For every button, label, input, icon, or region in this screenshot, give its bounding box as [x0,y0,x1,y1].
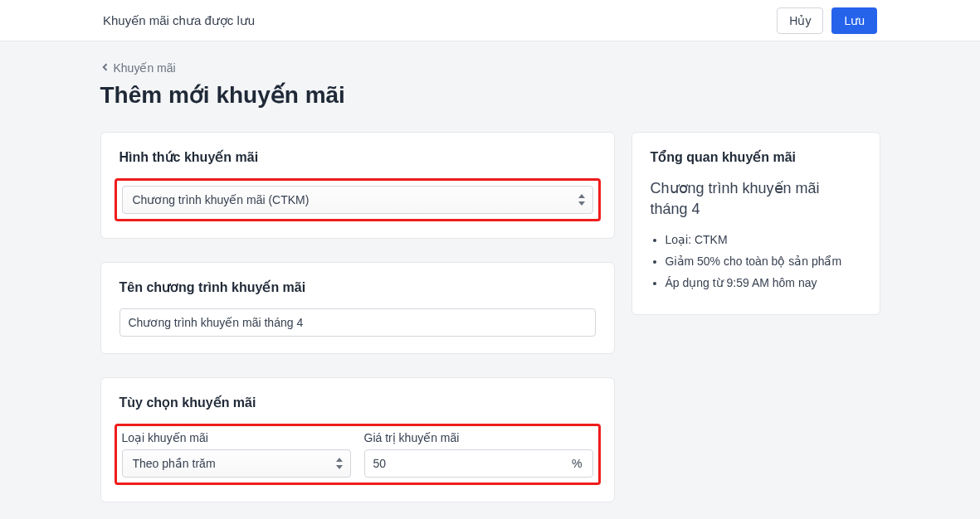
discount-value-suffix: % [562,457,592,470]
chevron-left-icon [100,61,110,75]
promo-name-card: Tên chương trình khuyến mãi [100,262,615,354]
highlight-box-options: Loại khuyến mãi Theo phần trăm [115,424,601,485]
cancel-button[interactable]: Hủy [777,7,823,34]
promo-type-select-wrap: Chương trình khuyến mãi (CTKM) [122,186,593,214]
discount-type-label: Loại khuyến mãi [122,431,351,444]
promo-options-card: Tùy chọn khuyến mãi Loại khuyến mãi Theo… [100,377,615,502]
summary-item: Loại: CTKM [666,233,861,246]
promo-type-title: Hình thức khuyến mãi [119,149,596,165]
breadcrumb[interactable]: Khuyến mãi [100,61,176,75]
discount-type-select-wrap: Theo phần trăm [122,449,351,478]
discount-value-field: % [364,449,593,478]
topbar-actions: Hủy Lưu [777,7,877,34]
page-title: Thêm mới khuyến mãi [100,81,880,109]
promo-options-title: Tùy chọn khuyến mãi [119,395,596,410]
topbar: Khuyến mãi chưa được lưu Hủy Lưu [0,0,980,41]
promo-type-card: Hình thức khuyến mãi Chương trình khuyến… [100,132,615,239]
summary-item: Áp dụng từ 9:59 AM hôm nay [666,276,861,289]
promo-name-input[interactable] [119,308,596,337]
topbar-title: Khuyến mãi chưa được lưu [103,13,255,28]
promo-type-select[interactable]: Chương trình khuyến mãi (CTKM) [123,187,592,213]
summary-name: Chương trình khuyến mãi tháng 4 [651,178,861,220]
summary-card: Tổng quan khuyến mãi Chương trình khuyến… [631,132,880,315]
summary-title: Tổng quan khuyến mãi [651,149,861,165]
breadcrumb-label: Khuyến mãi [114,61,176,75]
highlight-box-type: Chương trình khuyến mãi (CTKM) [115,178,601,221]
save-button[interactable]: Lưu [831,7,877,34]
discount-value-label: Giá trị khuyến mãi [364,431,593,444]
promo-name-title: Tên chương trình khuyến mãi [119,279,596,295]
discount-value-input[interactable] [365,450,563,477]
summary-list: Loại: CTKM Giảm 50% cho toàn bộ sản phẩm… [651,233,861,289]
summary-item: Giảm 50% cho toàn bộ sản phẩm [666,255,861,268]
discount-type-select[interactable]: Theo phần trăm [123,450,350,477]
